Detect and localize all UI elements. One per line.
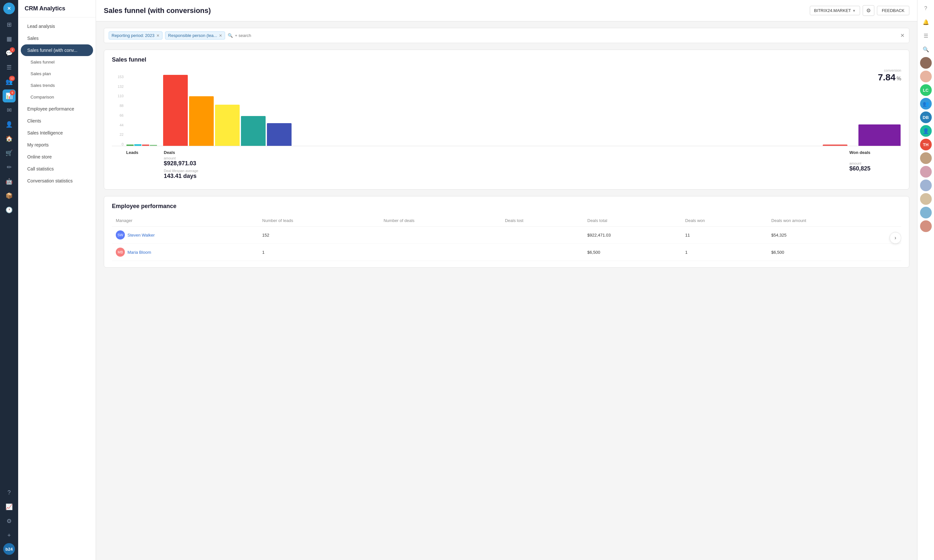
scroll-right-button[interactable]: ›: [889, 232, 901, 244]
bar-lead-green: [126, 145, 134, 146]
tasks-icon-btn[interactable]: ☰: [3, 61, 15, 74]
filter-clear-all-icon[interactable]: ✕: [900, 32, 905, 38]
right-list-icon[interactable]: ☰: [920, 30, 932, 42]
header-actions: BITRIX24.MARKET ▼ ⚙ FEEDBACK: [810, 5, 909, 16]
col-won: Deals won: [681, 215, 767, 226]
calendar-icon-btn[interactable]: 🏠: [3, 132, 15, 145]
right-bell-icon[interactable]: 🔔: [920, 16, 932, 28]
home-icon-btn[interactable]: ⊞: [3, 18, 15, 31]
manager-name-bloom[interactable]: Maria Bloom: [128, 250, 151, 255]
y-label-22: 22: [112, 132, 125, 137]
sidebar-item-employee-performance[interactable]: Employee performance: [21, 103, 93, 115]
analytics-icon-btn[interactable]: 📊 6: [3, 89, 15, 102]
filter-period-close[interactable]: ✕: [156, 33, 160, 38]
avatar-lc[interactable]: LC: [920, 84, 932, 96]
bitrix-logo-btn[interactable]: b24: [3, 543, 15, 555]
sidebar-item-sales-plan[interactable]: Sales plan: [21, 68, 93, 79]
manager-name-walker[interactable]: Steven Walker: [128, 233, 155, 237]
search-input[interactable]: [235, 33, 289, 38]
table-row: SW Steven Walker 152 $922,471.03 11 $54,…: [112, 226, 901, 244]
bloom-won: 1: [681, 244, 767, 261]
avatar-user4[interactable]: [920, 166, 932, 178]
sidebar-item-online-store[interactable]: Online store: [21, 151, 93, 163]
logo-button[interactable]: ✕: [3, 3, 15, 14]
right-help-icon[interactable]: ?: [920, 3, 932, 14]
funnel-card-title: Sales funnel: [112, 56, 901, 63]
col-leads: Number of leads: [259, 215, 380, 226]
pen-icon-btn[interactable]: ✏: [3, 161, 15, 174]
right-search-icon[interactable]: 🔍: [920, 43, 932, 55]
sidebar-item-my-reports[interactable]: My reports: [21, 139, 93, 151]
avatar-user3[interactable]: [920, 152, 932, 164]
sidebar-item-sales[interactable]: Sales: [21, 32, 93, 44]
sidebar-item-clients[interactable]: Clients: [21, 115, 93, 127]
activity-icon-btn[interactable]: ▦: [3, 32, 15, 45]
col-won-amount: Deals won amount: [767, 215, 901, 226]
user-icon: 👤: [923, 128, 929, 134]
avatar-user6[interactable]: [920, 193, 932, 205]
avatar-user7[interactable]: [920, 207, 932, 218]
avatar-db[interactable]: DB: [920, 111, 932, 123]
funnel-chart-area: conversion 7.84 % 153 132 110 88: [112, 68, 901, 183]
chat-badge: 2: [10, 47, 15, 52]
sidebar-item-sales-trends[interactable]: Sales trends: [21, 80, 93, 91]
group-icon: 👥: [923, 101, 929, 107]
employee-performance-table: Manager Number of leads Number of deals …: [112, 215, 901, 261]
filter-tag-person[interactable]: Responsible person (lea... ✕: [165, 31, 225, 40]
avatar-user2[interactable]: [920, 71, 932, 82]
plus-icon-btn[interactable]: +: [3, 529, 15, 542]
walker-lost: [501, 226, 583, 244]
filter-search: 🔍: [228, 33, 898, 38]
filter-person-close[interactable]: ✕: [219, 33, 222, 38]
logo-icon: ✕: [7, 6, 11, 11]
table-body: SW Steven Walker 152 $922,471.03 11 $54,…: [112, 226, 901, 261]
sidebar-item-lead-analysis[interactable]: Lead analysis: [21, 20, 93, 32]
shop-icon-btn[interactable]: 🛒: [3, 146, 15, 160]
clock-icon: 🕐: [6, 206, 13, 214]
filter-tag-period[interactable]: Reporting period: 2023 ✕: [109, 31, 162, 40]
analytics-badge: 6: [10, 90, 15, 95]
chat-icon-btn[interactable]: 💬 2: [3, 47, 15, 60]
employee-performance-table-wrapper: Manager Number of leads Number of deals …: [112, 215, 901, 261]
box-icon-btn[interactable]: 📦: [3, 189, 15, 202]
won-deals-name: Won deals: [849, 150, 901, 155]
sidebar-item-sales-intelligence[interactable]: Sales Intelligence: [21, 127, 93, 139]
bitrix-icon: b24: [6, 547, 13, 552]
pen-icon: ✏: [7, 164, 12, 171]
settings-icon-btn[interactable]: ⚙: [3, 515, 15, 528]
deals-amount-sub: amount: [164, 156, 229, 160]
y-label-132: 132: [112, 85, 125, 88]
right-panel: ? 🔔 ☰ 🔍 LC 👥 DB 👤 TH: [917, 0, 934, 560]
icon-bar: ✕ ⊞ ▦ 💬 2 ☰ 👥 12 📊 6 ✉ 👤 🏠: [0, 0, 18, 560]
sidebar-item-conversation-statistics[interactable]: Conversation statistics: [21, 175, 93, 187]
avatar-user8[interactable]: [920, 220, 932, 232]
col-lost: Deals lost: [501, 215, 583, 226]
table-header: Manager Number of leads Number of deals …: [112, 215, 901, 226]
avatar-user1[interactable]: [920, 57, 932, 69]
clock-icon-btn[interactable]: 🕐: [3, 203, 15, 217]
sidebar-item-comparison[interactable]: Comparison: [21, 91, 93, 103]
avatar-th[interactable]: TH: [920, 139, 932, 150]
help-icon-btn[interactable]: ?: [3, 486, 15, 499]
clients-icon-btn[interactable]: 👥 12: [3, 75, 15, 88]
bloom-total: $6,500: [583, 244, 681, 261]
col-deals: Number of deals: [380, 215, 501, 226]
market-button[interactable]: BITRIX24.MARKET ▼: [810, 6, 860, 15]
manager-cell-walker: SW Steven Walker: [112, 226, 259, 244]
won-deals-amount-sub: amount: [849, 162, 901, 165]
avatar-user5[interactable]: [920, 180, 932, 191]
sidebar-item-sales-funnel[interactable]: Sales funnel: [21, 56, 93, 68]
walker-won: 11: [681, 226, 767, 244]
robot-icon-btn[interactable]: 🤖: [3, 175, 15, 188]
feedback-button[interactable]: FEEDBACK: [877, 6, 909, 15]
mail-icon-btn[interactable]: ✉: [3, 104, 15, 117]
page-title: Sales funnel (with conversions): [104, 6, 211, 15]
bar-lead-cyan: [134, 144, 142, 146]
chart-icon-btn[interactable]: 📈: [3, 500, 15, 513]
avatar-user-icon[interactable]: 👤: [920, 125, 932, 137]
sidebar-item-call-statistics[interactable]: Call statistics: [21, 163, 93, 175]
sidebar-item-sales-funnel-conv[interactable]: Sales funnel (with conv...: [21, 45, 93, 56]
gear-button[interactable]: ⚙: [863, 5, 874, 16]
avatar-group-icon[interactable]: 👥: [920, 98, 932, 109]
contacts-icon-btn[interactable]: 👤: [3, 118, 15, 131]
